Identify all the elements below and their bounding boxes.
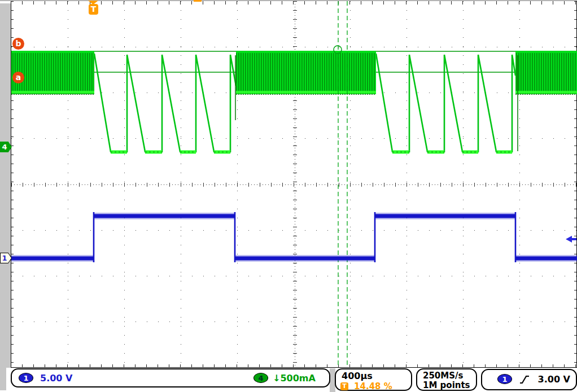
trigger-source-badge[interactable]: 1 [497,374,512,384]
ch1-reference-marker[interactable]: 1 [0,253,12,263]
trigger-readout-box: 1 3.00 V [481,369,577,390]
cursor-a-marker[interactable]: a [12,72,24,83]
rising-edge-trigger-icon [519,375,530,384]
ch4-scale-readout: ↓500mA [273,373,316,384]
ch4-reference-marker[interactable]: 4 [0,142,12,152]
gridline [11,1,11,367]
graticule [0,0,577,392]
ch4-marker-label: 4 [0,142,9,152]
gridline [11,367,577,368]
cursor-b-marker[interactable]: b [12,38,24,50]
trigger-position-readout: 14.48 % [354,381,392,391]
ch1-marker-label: 1 [0,253,9,263]
gridline [11,1,14,367]
trigger-badge-icon: T [340,382,348,390]
oscilloscope-screen: b a T 4 1 1 5.00 V 4 ↓500mA 400µs T 14.4… [0,0,577,392]
gridline [293,1,297,367]
sample-rate-readout: 250MS/s [423,371,463,381]
acquisition-readout-box: 250MS/s 1M points [416,368,477,391]
channel-readout-box: 1 5.00 V 4 ↓500mA [11,368,330,387]
horizontal-readout-box: 400µs T 14.48 % [335,368,412,391]
ch4-badge[interactable]: 4 [253,373,268,383]
ch1-badge[interactable]: 1 [19,373,33,383]
expansion-point-icon [194,0,202,2]
trigger-position-marker[interactable]: T [89,4,98,15]
ch1-scale-readout: 5.00 V [40,373,72,384]
record-length-readout: 1M points [423,380,470,390]
trigger-level-readout: 3.00 V [538,374,570,385]
